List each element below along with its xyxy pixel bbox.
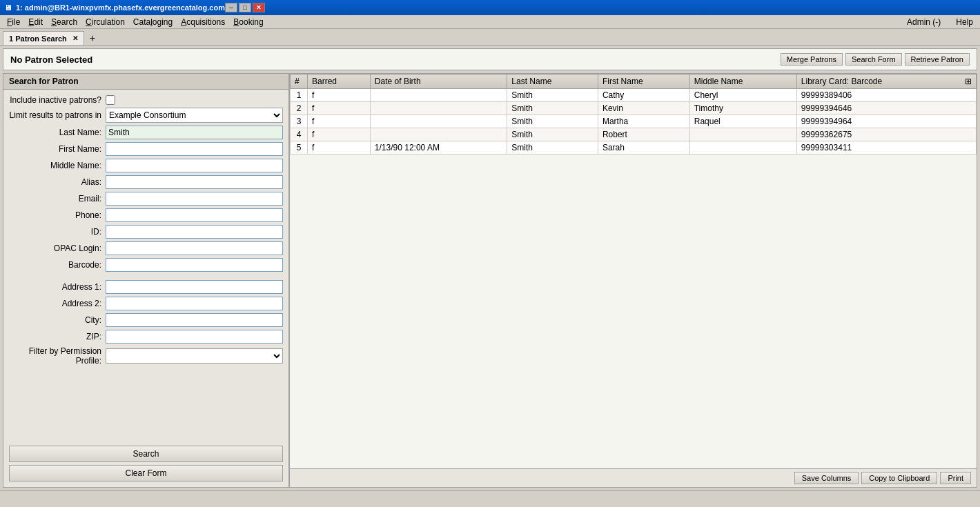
opac-login-input[interactable]	[106, 241, 283, 255]
app-icon: 🖥	[4, 3, 12, 12]
copy-to-clipboard-button[interactable]: Copy to Clipboard	[861, 472, 937, 484]
results-tbody: 1fSmithCathyCheryl999993894062fSmithKevi…	[291, 89, 977, 155]
city-input[interactable]	[106, 313, 283, 327]
title-controls: ─ □ ✕	[225, 3, 265, 12]
col-header-num[interactable]: #	[291, 74, 308, 89]
menu-search[interactable]: Search	[47, 17, 81, 28]
close-button[interactable]: ✕	[253, 3, 265, 12]
middle-name-input[interactable]	[106, 159, 283, 172]
table-cell: 3	[291, 115, 308, 128]
results-table-wrapper[interactable]: # Barred Date of Birth Last Name First N…	[290, 74, 977, 468]
phone-input[interactable]	[106, 208, 283, 222]
first-name-label: First Name:	[9, 144, 106, 154]
table-row[interactable]: 4fSmithRobert99999362675	[291, 128, 977, 141]
email-label: Email:	[9, 194, 106, 203]
menu-cataloging[interactable]: Cataloging	[129, 17, 177, 28]
phone-row: Phone:	[9, 208, 283, 222]
filter-profile-select[interactable]	[106, 348, 283, 364]
col-header-barcode[interactable]: Library Card: Barcode ⊞	[796, 74, 976, 89]
tab-label: 1 Patron Search	[9, 34, 67, 43]
address1-label: Address 1:	[9, 282, 106, 292]
col-header-middle[interactable]: Middle Name	[689, 74, 796, 89]
city-label: City:	[9, 315, 106, 325]
tab-patron-search[interactable]: 1 Patron Search ✕	[3, 31, 84, 45]
col-header-dob[interactable]: Date of Birth	[370, 74, 507, 89]
results-table: # Barred Date of Birth Last Name First N…	[290, 74, 977, 155]
first-name-row: First Name:	[9, 142, 283, 156]
menu-admin[interactable]: Admin (-)	[903, 17, 945, 28]
table-cell: Smith	[507, 102, 598, 115]
patron-name: No Patron Selected	[10, 54, 92, 65]
print-button[interactable]: Print	[940, 472, 971, 484]
id-input[interactable]	[106, 225, 283, 239]
col-header-last[interactable]: Last Name	[507, 74, 598, 89]
status-bar	[0, 490, 980, 507]
table-cell: 99999394964	[796, 115, 976, 128]
address2-label: Address 2:	[9, 299, 106, 308]
results-panel: # Barred Date of Birth Last Name First N…	[290, 74, 977, 487]
table-cell: f	[308, 102, 371, 115]
filter-profile-row: Filter by Permission Profile:	[9, 346, 283, 366]
tab-add-button[interactable]: +	[86, 31, 99, 45]
search-panel: Search for Patron Include inactive patro…	[3, 74, 290, 487]
zip-row: ZIP:	[9, 330, 283, 344]
table-cell: Raquel	[689, 115, 796, 128]
table-cell	[370, 115, 507, 128]
save-columns-button[interactable]: Save Columns	[794, 472, 859, 484]
barcode-input[interactable]	[106, 258, 283, 272]
col-header-first[interactable]: First Name	[598, 74, 689, 89]
minimize-button[interactable]: ─	[225, 3, 237, 12]
table-cell: Robert	[598, 128, 689, 141]
search-form-button[interactable]: Search Form	[845, 53, 902, 66]
menu-acquisitions[interactable]: Acquisitions	[177, 17, 229, 28]
merge-patrons-button[interactable]: Merge Patrons	[781, 53, 843, 66]
table-row[interactable]: 2fSmithKevinTimothy99999394646	[291, 102, 977, 115]
menu-circulation[interactable]: Circulation	[81, 17, 129, 28]
last-name-label: Last Name:	[9, 128, 106, 137]
menu-bar: File Edit Search Circulation Cataloging …	[0, 15, 980, 29]
middle-name-row: Middle Name:	[9, 159, 283, 172]
results-footer: Save Columns Copy to Clipboard Print	[290, 468, 977, 487]
limit-results-select[interactable]: Example Consortium	[106, 108, 283, 123]
table-row[interactable]: 1fSmithCathyCheryl99999389406	[291, 89, 977, 102]
zip-label: ZIP:	[9, 332, 106, 341]
tab-close-icon[interactable]: ✕	[72, 34, 78, 42]
table-row[interactable]: 5f1/13/90 12:00 AMSmithSarah99999303411	[291, 141, 977, 155]
table-cell: Smith	[507, 89, 598, 102]
last-name-input[interactable]	[106, 126, 283, 139]
alias-input[interactable]	[106, 175, 283, 189]
table-cell: 4	[291, 128, 308, 141]
menu-help[interactable]: Help	[952, 17, 977, 28]
last-name-row: Last Name:	[9, 126, 283, 139]
maximize-button[interactable]: □	[239, 3, 251, 12]
title-bar: 🖥 1: admin@BR1-winxpvmfx.phasefx.evergre…	[0, 0, 980, 15]
address1-input[interactable]	[106, 280, 283, 294]
table-cell: 5	[291, 141, 308, 155]
include-inactive-checkbox[interactable]	[106, 95, 115, 105]
menu-booking[interactable]: Booking	[229, 17, 267, 28]
menu-right: Admin (-) Help	[903, 17, 977, 28]
clear-form-button[interactable]: Clear Form	[9, 465, 283, 481]
id-row: ID:	[9, 225, 283, 239]
address2-input[interactable]	[106, 297, 283, 310]
table-row[interactable]: 3fSmithMarthaRaquel99999394964	[291, 115, 977, 128]
table-cell	[370, 89, 507, 102]
col-header-barred[interactable]: Barred	[308, 74, 371, 89]
barcode-row: Barcode:	[9, 258, 283, 272]
first-name-input[interactable]	[106, 142, 283, 156]
barcode-label: Barcode:	[9, 260, 106, 270]
email-input[interactable]	[106, 192, 283, 206]
menu-edit[interactable]: Edit	[24, 17, 47, 28]
main-area: No Patron Selected Merge Patrons Search …	[0, 46, 980, 490]
limit-results-label: Limit results to patrons in	[9, 110, 106, 120]
address1-row: Address 1:	[9, 280, 283, 294]
search-button[interactable]: Search	[9, 446, 283, 462]
menu-file[interactable]: File	[3, 17, 24, 28]
zip-input[interactable]	[106, 330, 283, 344]
address2-row: Address 2:	[9, 297, 283, 310]
table-cell: Kevin	[598, 102, 689, 115]
table-cell: 1	[291, 89, 308, 102]
alias-row: Alias:	[9, 175, 283, 189]
opac-login-row: OPAC Login:	[9, 241, 283, 255]
retrieve-patron-button[interactable]: Retrieve Patron	[905, 53, 970, 66]
